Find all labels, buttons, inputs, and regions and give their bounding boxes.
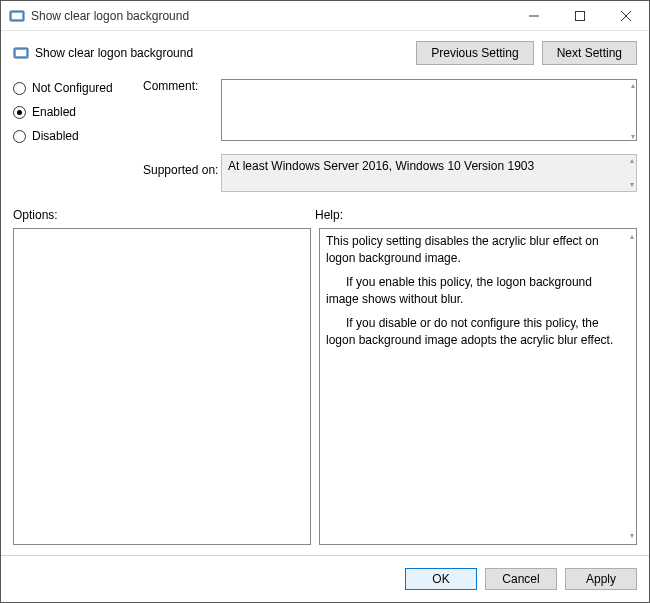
radio-icon <box>13 130 26 143</box>
field-inputs: ▴ ▾ At least Windows Server 2016, Window… <box>221 79 637 192</box>
comment-label: Comment: <box>143 79 221 93</box>
svg-rect-3 <box>576 11 585 20</box>
panels-row: This policy setting disables the acrylic… <box>13 228 637 545</box>
header-row: Show clear logon background Previous Set… <box>13 41 637 65</box>
supported-on-box: At least Windows Server 2016, Windows 10… <box>221 154 637 192</box>
titlebar: Show clear logon background <box>1 1 649 31</box>
config-row: Not Configured Enabled Disabled Comment:… <box>13 79 637 192</box>
field-labels: Comment: Supported on: <box>143 79 221 177</box>
options-label: Options: <box>13 208 315 222</box>
policy-icon <box>9 8 25 24</box>
apply-button[interactable]: Apply <box>565 568 637 590</box>
radio-not-configured[interactable]: Not Configured <box>13 81 143 95</box>
radio-disabled[interactable]: Disabled <box>13 129 143 143</box>
policy-title: Show clear logon background <box>35 46 193 60</box>
state-radio-group: Not Configured Enabled Disabled <box>13 79 143 153</box>
radio-label: Enabled <box>32 105 76 119</box>
scroll-down-icon[interactable]: ▾ <box>630 181 634 189</box>
svg-rect-1 <box>12 13 22 19</box>
help-label: Help: <box>315 208 343 222</box>
radio-label: Not Configured <box>32 81 113 95</box>
policy-editor-window: Show clear logon background Show clear l… <box>0 0 650 603</box>
close-button[interactable] <box>603 1 649 31</box>
help-text: This policy setting disables the acrylic… <box>326 233 618 268</box>
supported-on-text: At least Windows Server 2016, Windows 10… <box>228 159 534 173</box>
options-panel <box>13 228 311 545</box>
scroll-up-icon[interactable]: ▴ <box>630 233 634 241</box>
cancel-button[interactable]: Cancel <box>485 568 557 590</box>
radio-icon <box>13 106 26 119</box>
window-title: Show clear logon background <box>31 9 189 23</box>
radio-enabled[interactable]: Enabled <box>13 105 143 119</box>
section-labels: Options: Help: <box>13 208 637 222</box>
window-body: Show clear logon background Previous Set… <box>1 31 649 602</box>
help-panel: This policy setting disables the acrylic… <box>319 228 637 545</box>
radio-label: Disabled <box>32 129 79 143</box>
comment-textarea[interactable] <box>221 79 637 141</box>
scroll-up-icon[interactable]: ▴ <box>630 157 634 165</box>
help-text: If you enable this policy, the logon bac… <box>326 274 618 309</box>
maximize-button[interactable] <box>557 1 603 31</box>
supported-on-label: Supported on: <box>143 163 221 177</box>
next-setting-button[interactable]: Next Setting <box>542 41 637 65</box>
dialog-footer: OK Cancel Apply <box>13 556 637 590</box>
previous-setting-button[interactable]: Previous Setting <box>416 41 533 65</box>
help-text: If you disable or do not configure this … <box>326 315 618 350</box>
scroll-down-icon[interactable]: ▾ <box>630 532 634 540</box>
svg-rect-7 <box>16 50 26 56</box>
radio-icon <box>13 82 26 95</box>
minimize-button[interactable] <box>511 1 557 31</box>
ok-button[interactable]: OK <box>405 568 477 590</box>
policy-icon <box>13 45 29 61</box>
scroll-up-icon[interactable]: ▴ <box>631 82 635 90</box>
scroll-down-icon[interactable]: ▾ <box>631 133 635 141</box>
